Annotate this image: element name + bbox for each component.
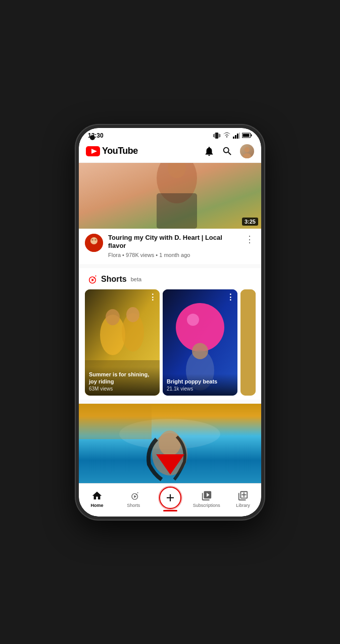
user-avatar[interactable] bbox=[240, 144, 254, 158]
svg-point-22 bbox=[91, 239, 93, 241]
home-icon bbox=[91, 490, 103, 502]
svg-rect-7 bbox=[237, 134, 238, 139]
phone-frame: 12:30 bbox=[76, 125, 264, 520]
short-card-3-partial[interactable] bbox=[240, 289, 256, 396]
nav-library[interactable]: Library bbox=[225, 490, 261, 508]
wifi-icon bbox=[223, 133, 231, 139]
svg-rect-19 bbox=[157, 193, 197, 229]
svg-rect-2 bbox=[219, 134, 219, 138]
featured-thumbnail[interactable]: 3:25 bbox=[79, 163, 261, 229]
header-actions bbox=[204, 144, 254, 158]
short-1-views: 63M views bbox=[89, 386, 156, 392]
video-info-row: Touring my City with D. Heart | Local fl… bbox=[79, 229, 261, 265]
video-title[interactable]: Touring my City with D. Heart | Local fl… bbox=[108, 234, 239, 251]
status-bar: 12:30 bbox=[79, 128, 261, 141]
camera-hole bbox=[90, 135, 95, 140]
nav-subscriptions[interactable]: Subscriptions bbox=[188, 490, 225, 508]
svg-point-21 bbox=[90, 237, 98, 244]
short-2-views: 21.1k views bbox=[167, 386, 233, 392]
svg-rect-8 bbox=[239, 133, 240, 139]
duration-badge: 3:25 bbox=[242, 218, 258, 226]
svg-point-15 bbox=[243, 153, 251, 158]
next-video-thumb[interactable] bbox=[79, 404, 261, 483]
logo-area: YouTube bbox=[86, 146, 138, 156]
svg-point-14 bbox=[245, 147, 250, 152]
svg-rect-1 bbox=[214, 134, 215, 138]
arrow-down-icon bbox=[156, 454, 184, 475]
short-card-1[interactable]: ⋮ Summer is for shining, joy riding 63M … bbox=[85, 289, 160, 396]
subscriptions-icon bbox=[201, 490, 213, 502]
phone-screen: 12:30 bbox=[79, 128, 261, 517]
svg-rect-10 bbox=[251, 135, 252, 137]
nav-subscriptions-label: Subscriptions bbox=[193, 503, 220, 508]
svg-rect-3 bbox=[213, 134, 214, 137]
svg-rect-5 bbox=[233, 137, 234, 139]
main-scroll[interactable]: 3:25 Touring my City with D. Heart | Loc… bbox=[79, 163, 261, 483]
nav-shorts-label: Shorts bbox=[127, 503, 140, 508]
status-icons bbox=[213, 132, 252, 139]
library-icon bbox=[237, 490, 249, 502]
short-1-overlay: Summer is for shining, joy riding 63M vi… bbox=[85, 367, 160, 396]
svg-rect-11 bbox=[243, 134, 250, 137]
video-text-info: Touring my City with D. Heart | Local fl… bbox=[108, 234, 239, 259]
short-2-overlay: Bright poppy beats 21.1k views bbox=[163, 374, 237, 396]
nav-library-label: Library bbox=[236, 503, 250, 508]
search-icon[interactable] bbox=[222, 146, 233, 157]
svg-rect-41 bbox=[79, 404, 261, 419]
short-1-caption: Summer is for shining, joy riding bbox=[89, 371, 156, 385]
svg-point-32 bbox=[187, 314, 199, 326]
svg-rect-0 bbox=[215, 133, 218, 139]
svg-rect-35 bbox=[240, 289, 256, 396]
create-underline bbox=[163, 510, 177, 511]
video-more-options[interactable]: ⋮ bbox=[244, 234, 255, 245]
shorts-header: Shorts beta bbox=[79, 268, 261, 289]
nav-shorts[interactable]: Shorts bbox=[115, 490, 152, 508]
short-1-more[interactable]: ⋮ bbox=[149, 292, 157, 302]
app-name: YouTube bbox=[102, 146, 138, 156]
youtube-logo-icon bbox=[86, 146, 100, 156]
vibrate-icon bbox=[213, 132, 221, 139]
bell-icon[interactable] bbox=[204, 146, 215, 157]
short-2-more[interactable]: ⋮ bbox=[226, 292, 234, 302]
nav-create[interactable] bbox=[152, 487, 188, 511]
short-2-caption: Bright poppy beats bbox=[167, 378, 233, 385]
app-header: YouTube bbox=[79, 141, 261, 163]
shorts-scroll-row[interactable]: ⋮ Summer is for shining, joy riding 63M … bbox=[79, 289, 261, 396]
svg-point-39 bbox=[159, 431, 181, 456]
shorts-beta-label: beta bbox=[131, 276, 141, 282]
short-thumb-3-partial bbox=[240, 289, 256, 396]
svg-point-28 bbox=[106, 309, 120, 325]
bottom-nav: Home Shorts bbox=[79, 483, 261, 517]
nav-home[interactable]: Home bbox=[79, 490, 115, 508]
svg-point-29 bbox=[126, 307, 139, 322]
featured-thumb-img bbox=[79, 163, 261, 229]
shorts-section: Shorts beta bbox=[79, 268, 261, 400]
video-meta: Flora • 978K views • 1 month ago bbox=[108, 252, 239, 258]
nav-home-label: Home bbox=[91, 503, 104, 508]
create-button[interactable] bbox=[159, 487, 181, 509]
channel-avatar[interactable] bbox=[85, 234, 103, 252]
svg-point-34 bbox=[192, 343, 208, 359]
shorts-section-title: Shorts bbox=[101, 275, 127, 284]
shorts-logo-icon bbox=[85, 273, 97, 285]
svg-rect-4 bbox=[220, 134, 220, 137]
battery-icon bbox=[242, 133, 252, 138]
short-card-2[interactable]: ⋮ Bright poppy beats 21.1k views bbox=[163, 289, 237, 396]
arrow-indicator bbox=[156, 454, 184, 475]
signal-icon bbox=[233, 133, 240, 139]
svg-rect-6 bbox=[235, 135, 236, 139]
svg-point-23 bbox=[94, 239, 96, 241]
shorts-nav-icon bbox=[127, 490, 139, 502]
